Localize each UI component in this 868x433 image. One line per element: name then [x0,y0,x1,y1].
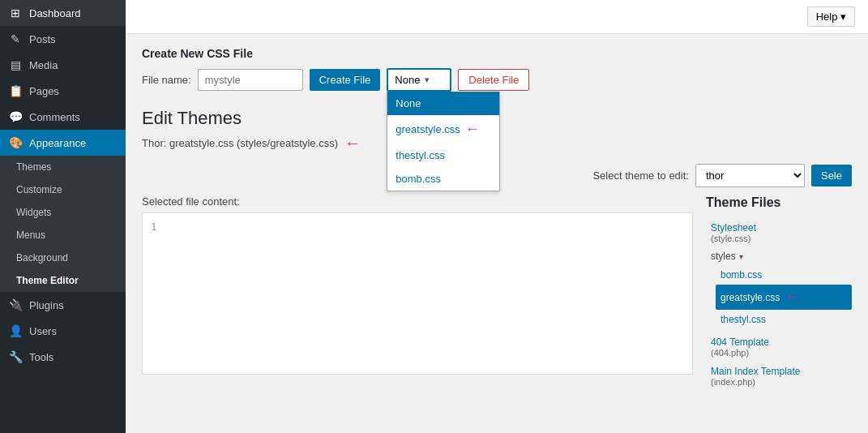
dropdown-option-greatstyle[interactable]: greatstyle.css ← [387,115,499,144]
sidebar-item-label: Pages [29,85,59,97]
line-numbers: 1 [151,221,156,366]
main-content: Help ▾ Create New CSS File File name: Cr… [126,0,868,433]
file-name-label: File name: [142,74,191,86]
404-sub: (404.php) [711,348,847,358]
styles-folder-group: styles ▾ bomb.css greatstyle.css ← thest… [706,247,852,329]
arrow-annotation-dropdown: ← [465,121,480,138]
sidebar-item-label: Comments [29,111,80,123]
file-name-row: File name: Create File None ▾ None great… [142,68,852,92]
sidebar-item-background[interactable]: Background [0,247,126,269]
theme-file-404[interactable]: 404 Template (404.php) [706,332,852,362]
delete-file-button[interactable]: Delete File [458,69,529,91]
sidebar-item-label: Appearance [29,137,86,149]
404-label: 404 Template [711,337,847,348]
index-label: Main Index Template [711,366,847,377]
dropdown-option-none[interactable]: None [387,92,499,115]
pages-icon: 📋 [8,84,23,97]
sidebar-item-theme-editor[interactable]: Theme Editor [0,269,126,292]
theme-files-panel: Theme Files Stylesheet (style.css) style… [706,195,852,391]
users-icon: 👤 [8,324,23,337]
sidebar-item-label: Dashboard [29,7,81,19]
sidebar-item-pages[interactable]: 📋 Pages [0,78,126,104]
theme-file-stylesheet[interactable]: Stylesheet (style.css) [706,218,852,247]
sidebar-item-label: Posts [29,33,56,45]
create-file-section: Create New CSS File File name: Create Fi… [142,47,852,92]
chevron-down-icon: ▾ [425,75,430,85]
theme-select[interactable]: thor twentytwentyone twentytwenty [695,164,805,187]
sidebar-item-media[interactable]: ▤ Media [0,52,126,78]
file-name-input[interactable] [198,69,303,91]
subtitle-arrow-annotation: ← [344,134,361,152]
folder-label-text: styles [711,251,736,262]
stylesheet-sub: (style.css) [711,234,847,243]
sidebar-item-comments[interactable]: 💬 Comments [0,104,126,130]
appearance-icon: 🎨 [8,136,23,149]
theme-selector-label: Select theme to edit: [592,169,689,182]
dashboard-icon: ⊞ [8,6,23,19]
dropdown-selected-value: None [395,74,420,86]
help-button[interactable]: Help ▾ [807,6,855,27]
sidebar-item-dashboard[interactable]: ⊞ Dashboard [0,0,126,26]
editor-panel: Selected file content: 1 [142,195,693,391]
plugins-icon: 🔌 [8,298,23,311]
sidebar-item-label: Media [29,59,58,71]
sidebar-item-themes[interactable]: Themes [0,156,126,178]
tools-icon: 🔧 [8,350,23,363]
current-file-info: Thor: greatstyle.css (styles/greatstyle.… [142,137,338,149]
styles-folder-label: styles ▾ [706,247,852,265]
sidebar-item-appearance[interactable]: 🎨 Appearance [0,130,126,156]
sidebar-item-label: Users [29,325,57,337]
select-theme-button[interactable]: Sele [811,165,852,186]
sidebar-item-tools[interactable]: 🔧 Tools [0,344,126,370]
appearance-submenu: Themes Customize Widgets Menus Backgroun… [0,156,126,292]
arrow-annotation-file: ← [785,289,799,306]
bottom-layout: Selected file content: 1 Theme Files Sty… [142,195,852,391]
sidebar-item-plugins[interactable]: 🔌 Plugins [0,292,126,318]
selected-file-label: Selected file content: [142,195,693,208]
css-file-dropdown-wrapper: None ▾ None greatstyle.css ← thestyl.css… [387,68,451,92]
posts-icon: ✎ [8,32,23,45]
topbar: Help ▾ [126,0,868,34]
css-file-dropdown-menu: None greatstyle.css ← thestyl.css bomb.c… [387,92,500,191]
create-file-button[interactable]: Create File [310,69,381,91]
content-area: Create New CSS File File name: Create Fi… [126,34,868,404]
media-icon: ▤ [8,58,23,71]
dropdown-option-bomb[interactable]: bomb.css [387,167,499,191]
sidebar-item-widgets[interactable]: Widgets [0,201,126,224]
theme-file-thestyl[interactable]: thestyl.css [716,310,852,329]
sidebar-item-menus[interactable]: Menus [0,224,126,247]
theme-file-greatstyle[interactable]: greatstyle.css ← [716,285,852,310]
sidebar: ⊞ Dashboard ✎ Posts ▤ Media 📋 Pages 💬 Co… [0,0,126,433]
sidebar-item-label: Tools [29,351,53,363]
sidebar-item-customize[interactable]: Customize [0,178,126,201]
theme-file-index[interactable]: Main Index Template (index.php) [706,362,852,391]
comments-icon: 💬 [8,110,23,123]
code-content[interactable] [165,221,684,366]
stylesheet-label: Stylesheet [711,222,847,234]
theme-files-title: Theme Files [706,195,852,210]
css-file-dropdown-trigger[interactable]: None ▾ [387,68,451,92]
sidebar-item-posts[interactable]: ✎ Posts [0,26,126,52]
code-editor[interactable]: 1 [142,212,693,375]
folder-children: bomb.css greatstyle.css ← thestyl.css [706,265,852,329]
dropdown-option-thestyl[interactable]: thestyl.css [387,144,499,167]
create-file-title: Create New CSS File [142,47,852,60]
folder-triangle-icon: ▾ [739,252,743,261]
index-sub: (index.php) [711,377,847,387]
sidebar-item-users[interactable]: 👤 Users [0,318,126,344]
sidebar-item-label: Plugins [29,299,64,311]
theme-file-bomb[interactable]: bomb.css [716,265,852,285]
